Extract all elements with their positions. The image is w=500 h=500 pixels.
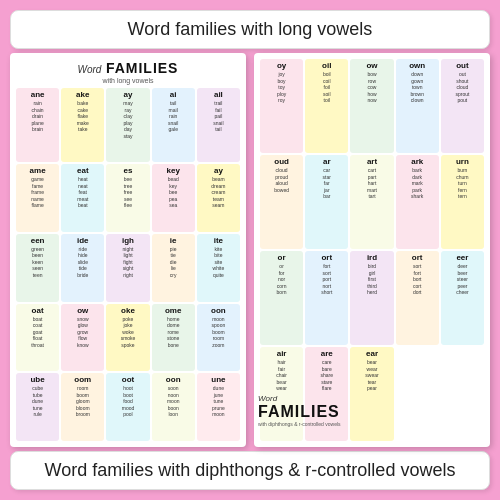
word-family-cell: okepokejokewokesmokespoke — [106, 304, 149, 372]
cell-words: homedomeromestonebone — [154, 316, 193, 349]
word-family-cell: akebakecakeflakemaketake — [61, 88, 104, 162]
right-title-word: Word — [258, 394, 277, 403]
cell-words: boilcoilfoilsoiltoil — [307, 71, 346, 104]
cell-words: roomboomgloombloombroom — [63, 385, 102, 418]
word-family-cell: ubecubetubedunetunerule — [16, 373, 59, 441]
left-poster-title: Word FAMILIES with long vowels — [16, 59, 240, 84]
word-family-cell: omehomedomeromestonebone — [152, 304, 195, 372]
cell-words: mayrayclayplaydaystay — [108, 100, 147, 139]
cell-words: pietiedieliecry — [154, 246, 193, 279]
cell-header: oy — [262, 61, 301, 70]
cell-words: sortfortbortcortdort — [398, 263, 437, 296]
cell-words: deerbeersteerpeercheer — [443, 263, 482, 296]
word-family-cell: owndowngowntownbrownclown — [396, 59, 439, 153]
word-family-cell: ighnightlightfightsightright — [106, 234, 149, 302]
cell-header: ar — [307, 157, 346, 166]
word-family-cell: ailtrailfailpailsnailtail — [197, 88, 240, 162]
cell-header: ort — [307, 253, 346, 262]
top-label: Word families with long vowels — [10, 10, 490, 49]
cell-words: cubetubedunetunerule — [18, 385, 57, 418]
cell-words: dunejunetuneprunemoon — [199, 385, 238, 418]
cell-header: ark — [398, 157, 437, 166]
word-family-cell: eerdeerbeersteerpeercheer — [441, 251, 484, 345]
cell-header: air — [262, 349, 301, 358]
word-family-cell: artcartparthartmarttart — [350, 155, 393, 249]
word-family-cell: unedunejunetuneprunemoon — [197, 373, 240, 441]
cell-header: urn — [443, 157, 482, 166]
cell-header: oon — [154, 375, 193, 384]
word-family-cell: ortsortfortbortcortdort — [396, 251, 439, 345]
cell-words: downgowntownbrownclown — [398, 71, 437, 104]
word-family-cell: ideridehideslidetidebride — [61, 234, 104, 302]
cell-words: trailfailpailsnailtail — [199, 100, 238, 133]
word-family-cell: aybeamdreamcreamteamseam — [197, 164, 240, 232]
cell-words: hootbootfoodmoodpool — [108, 385, 147, 418]
cell-words: greenbeenkeenseenteen — [18, 246, 57, 279]
cell-words: cartparthartmarttart — [352, 167, 391, 200]
cell-header: ail — [199, 90, 238, 99]
cell-header: oat — [18, 306, 57, 315]
cell-header: out — [443, 61, 482, 70]
word-family-cell: ororfornorcornborn — [260, 251, 303, 345]
word-family-cell: urnburnchurnturnferntern — [441, 155, 484, 249]
cell-words: fortsortportnortshort — [307, 263, 346, 296]
cell-words: bearwearsweartearpear — [352, 359, 391, 392]
right-title-families: FAMILIES — [258, 403, 341, 421]
cell-words: cloudproudaloudbowed — [262, 167, 301, 193]
cell-words: soonnoonmoonboonloon — [154, 385, 193, 418]
cell-words: orfornorcornborn — [262, 263, 301, 296]
cell-header: ane — [18, 90, 57, 99]
left-title-word: Word — [78, 64, 102, 75]
word-family-cell: oilboilcoilfoilsoiltoil — [305, 59, 348, 153]
cell-header: oil — [307, 61, 346, 70]
cell-words: rainchaindrainplanebrain — [18, 100, 57, 133]
right-grid: oyjoyboytoyployroyoilboilcoilfoilsoiltoi… — [260, 59, 484, 441]
cell-header: une — [199, 375, 238, 384]
word-family-cell: earbearwearsweartearpear — [350, 347, 393, 441]
cell-words: outshoutcloudsproutpout — [443, 71, 482, 104]
cell-header: ort — [398, 253, 437, 262]
cell-header: eat — [63, 166, 102, 175]
cell-header: ie — [154, 236, 193, 245]
cell-words: kitebitesitewhitequite — [199, 246, 238, 279]
word-family-cell: oyjoyboytoyployroy — [260, 59, 303, 153]
cell-header: ame — [18, 166, 57, 175]
cell-words: carstarfarjarbar — [307, 167, 346, 200]
cell-header: ow — [352, 61, 391, 70]
word-family-cell: owbowrowcowhownow — [350, 59, 393, 153]
word-family-cell: keybeadkeybeepeasea — [152, 164, 195, 232]
cell-header: een — [18, 236, 57, 245]
cell-header: own — [398, 61, 437, 70]
word-family-cell: irdbirdgirlfirstthirdherd — [350, 251, 393, 345]
cell-header: ide — [63, 236, 102, 245]
cell-header: eer — [443, 253, 482, 262]
word-family-cell: oomroomboomgloombloombroom — [61, 373, 104, 441]
cell-header: ube — [18, 375, 57, 384]
cell-words: joyboytoyployroy — [262, 71, 301, 104]
cell-words: beadkeybeepeasea — [154, 176, 193, 209]
cell-header: oom — [63, 375, 102, 384]
cell-words: barkdarkmarkparkshark — [398, 167, 437, 200]
right-title-sub: with diphthongs & r-controlled vowels — [258, 421, 341, 427]
cell-header: oke — [108, 306, 147, 315]
cell-header: ay — [199, 166, 238, 175]
cell-header: igh — [108, 236, 147, 245]
word-family-cell: iepietiedieliecry — [152, 234, 195, 302]
word-family-cell: oatboatcoatgoatfloatthroat — [16, 304, 59, 372]
cell-header: oot — [108, 375, 147, 384]
right-poster: oyjoyboytoyployroyoilboilcoilfoilsoiltoi… — [254, 53, 490, 447]
left-title-sub: with long vowels — [16, 77, 240, 84]
word-family-cell: esbeetreefreeseeflee — [106, 164, 149, 232]
cell-header: es — [108, 166, 147, 175]
cell-header: are — [307, 349, 346, 358]
word-family-cell: eengreenbeenkeenseenteen — [16, 234, 59, 302]
cell-words: heatneatfeatmeatbeat — [63, 176, 102, 209]
cell-words: ridehideslidetidebride — [63, 246, 102, 279]
cell-header: ird — [352, 253, 391, 262]
word-family-cell: oonmoonspoonboomroomzoom — [197, 304, 240, 372]
cell-header: ow — [63, 306, 102, 315]
cell-words: nightlightfightsightright — [108, 246, 147, 279]
cell-header: oon — [199, 306, 238, 315]
cell-header: art — [352, 157, 391, 166]
cell-words: boatcoatgoatfloatthroat — [18, 316, 57, 349]
